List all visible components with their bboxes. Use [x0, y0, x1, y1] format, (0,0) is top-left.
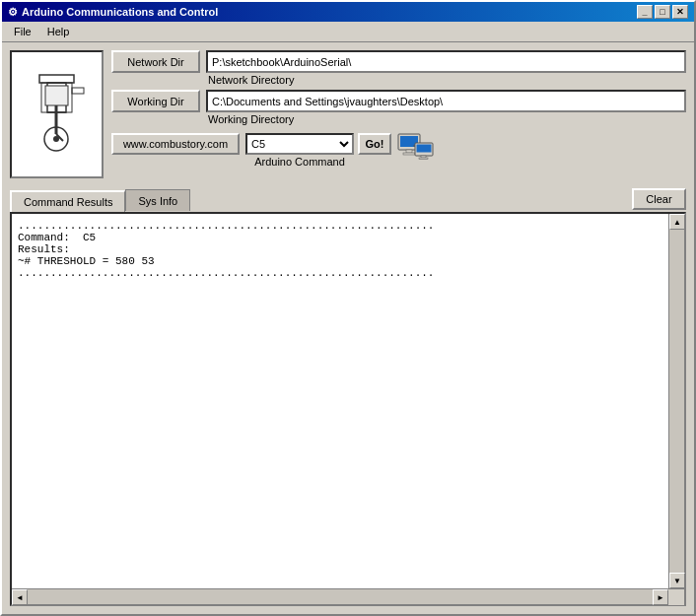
- scroll-track-vertical[interactable]: [669, 230, 684, 573]
- svg-rect-16: [421, 156, 426, 158]
- title-buttons: _ □ ✕: [637, 5, 688, 19]
- network-dir-row: Network Dir Network Directory: [111, 50, 686, 86]
- command-controls: C5 C1 C2 C3 C4 Arduino Command Go!: [245, 133, 435, 168]
- working-dir-label: Working Directory: [206, 113, 686, 125]
- working-dir-row: Working Dir Working Directory: [111, 90, 686, 125]
- website-button[interactable]: www.combustory.com: [111, 133, 240, 155]
- command-row: www.combustory.com C5 C1 C2 C3 C4 Arduin…: [111, 133, 686, 168]
- svg-rect-0: [39, 75, 74, 83]
- network-dir-button[interactable]: Network Dir: [111, 50, 200, 73]
- command-select-group: C5 C1 C2 C3 C4 Arduino Command: [245, 133, 354, 168]
- logo-image: [20, 70, 94, 159]
- scroll-right-button[interactable]: ►: [653, 589, 668, 605]
- working-dir-input-group: Working Directory: [206, 90, 686, 125]
- clear-button[interactable]: Clear: [632, 188, 686, 210]
- window-title-icon: ⚙: [8, 6, 18, 19]
- network-icon: [397, 133, 435, 165]
- title-bar: ⚙ Arduino Communications and Control _ □…: [2, 2, 694, 22]
- title-bar-left: ⚙ Arduino Communications and Control: [8, 6, 218, 19]
- command-select[interactable]: C5 C1 C2 C3 C4: [245, 133, 354, 155]
- svg-rect-12: [406, 150, 412, 153]
- tab-command-results[interactable]: Command Results: [10, 190, 125, 212]
- network-dir-label: Network Directory: [206, 74, 686, 86]
- tab-sys-info[interactable]: Sys Info: [125, 189, 190, 211]
- results-area: ........................................…: [12, 214, 684, 588]
- svg-rect-3: [45, 86, 68, 105]
- go-button[interactable]: Go!: [358, 133, 391, 155]
- scrollbar-corner: [668, 589, 684, 605]
- maximize-button[interactable]: □: [655, 5, 670, 19]
- menu-file[interactable]: File: [6, 24, 39, 39]
- horizontal-scrollbar-area: ◄ ►: [12, 588, 684, 604]
- close-button[interactable]: ✕: [672, 5, 688, 19]
- scroll-track-horizontal[interactable]: [28, 589, 653, 604]
- svg-rect-15: [417, 145, 432, 153]
- working-dir-input[interactable]: [206, 90, 686, 112]
- working-dir-button[interactable]: Working Dir: [111, 90, 200, 112]
- scroll-up-button[interactable]: ▲: [669, 214, 685, 230]
- top-section: Network Dir Network Directory Working Di…: [10, 50, 686, 178]
- svg-rect-13: [403, 153, 415, 155]
- main-window: ⚙ Arduino Communications and Control _ □…: [0, 0, 696, 616]
- network-dir-input-group: Network Directory: [206, 50, 686, 86]
- menu-help[interactable]: Help: [39, 24, 78, 39]
- network-dir-input[interactable]: [206, 50, 686, 73]
- results-text: ........................................…: [12, 214, 668, 285]
- controls-section: Network Dir Network Directory Working Di…: [111, 50, 686, 178]
- window-title: Arduino Communications and Control: [22, 6, 218, 18]
- tabs-left: Command Results Sys Info: [10, 189, 190, 212]
- scroll-left-button[interactable]: ◄: [12, 589, 28, 605]
- vertical-scrollbar[interactable]: ▲ ▼: [668, 214, 684, 588]
- minimize-button[interactable]: _: [637, 5, 653, 19]
- main-content: Network Dir Network Directory Working Di…: [2, 42, 694, 614]
- command-label: Arduino Command: [245, 156, 354, 168]
- tabs-header: Command Results Sys Info Clear: [10, 188, 686, 212]
- svg-rect-8: [72, 88, 84, 94]
- results-container: ........................................…: [10, 212, 686, 606]
- logo-box: [10, 50, 104, 178]
- tabs-section: Command Results Sys Info Clear .........…: [10, 188, 686, 606]
- scroll-down-button[interactable]: ▼: [669, 573, 685, 588]
- results-text-area: ........................................…: [12, 214, 668, 588]
- svg-rect-17: [419, 158, 428, 160]
- menu-bar: File Help: [2, 22, 694, 42]
